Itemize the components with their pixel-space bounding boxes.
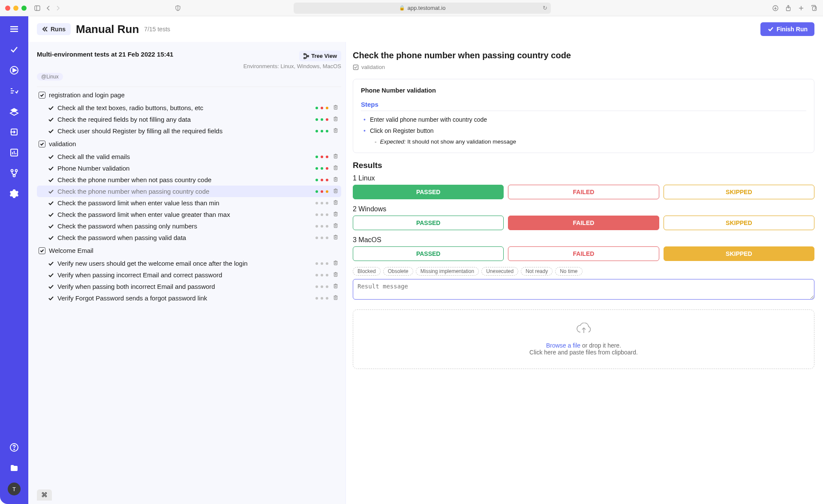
check-icon: [47, 200, 55, 206]
download-icon[interactable]: [772, 4, 779, 12]
quick-tag[interactable]: No time: [555, 267, 582, 276]
back-to-runs-button[interactable]: Runs: [37, 23, 71, 35]
branch-icon[interactable]: [8, 167, 20, 179]
suite-header[interactable]: validation: [37, 137, 341, 151]
skipped-button[interactable]: SKIPPED: [664, 216, 814, 230]
test-detail-panel: Check the phone number when passing coun…: [345, 42, 823, 504]
passed-button[interactable]: PASSED: [353, 246, 504, 261]
maximize-window-button[interactable]: [21, 6, 27, 11]
test-row[interactable]: Phone Number validation: [37, 162, 341, 174]
failed-button[interactable]: FAILED: [508, 185, 659, 199]
status-dot: [326, 202, 328, 204]
skipped-button[interactable]: SKIPPED: [664, 246, 814, 261]
status-dot: [315, 262, 318, 265]
test-row[interactable]: Check the password limit when enter valu…: [37, 209, 341, 220]
passed-button[interactable]: PASSED: [353, 185, 504, 199]
play-icon[interactable]: [8, 64, 20, 76]
minimize-window-button[interactable]: [13, 6, 18, 11]
test-row[interactable]: Verify when passing both incorrect Email…: [37, 281, 341, 292]
quick-tag[interactable]: Unexecuted: [481, 267, 518, 276]
trash-icon[interactable]: [333, 283, 339, 290]
trash-icon[interactable]: [333, 188, 339, 195]
trash-icon[interactable]: [333, 222, 339, 230]
settings-icon[interactable]: [8, 188, 20, 200]
tabs-icon[interactable]: [810, 4, 818, 12]
svg-rect-9: [813, 6, 817, 10]
svg-rect-46: [334, 155, 337, 158]
trash-icon[interactable]: [333, 271, 339, 279]
close-window-button[interactable]: [5, 6, 10, 11]
status-dot: [326, 107, 328, 109]
layers-icon[interactable]: [8, 105, 20, 117]
analytics-icon[interactable]: [8, 147, 20, 159]
checkbox-icon[interactable]: [39, 92, 45, 99]
test-row[interactable]: Check the password when passing valid da…: [37, 232, 341, 243]
trash-icon[interactable]: [333, 260, 339, 267]
quick-tag[interactable]: Not ready: [521, 267, 553, 276]
env-tag[interactable]: @Linux: [37, 73, 63, 81]
skipped-button[interactable]: SKIPPED: [664, 185, 814, 199]
header: Runs Manual Run 7/15 tests Finish Run: [28, 16, 823, 42]
trash-icon[interactable]: [333, 104, 339, 111]
test-row[interactable]: Check all the valid emails: [37, 151, 341, 162]
check-icon: [47, 105, 55, 111]
test-row[interactable]: Check user should Register by filling al…: [37, 125, 341, 137]
svg-rect-71: [334, 213, 337, 216]
plan-icon[interactable]: [8, 85, 20, 97]
new-tab-icon[interactable]: [797, 4, 805, 12]
trash-icon[interactable]: [333, 234, 339, 241]
test-row[interactable]: Check the password when passing only num…: [37, 220, 341, 232]
refresh-icon[interactable]: ↻: [543, 5, 547, 11]
browse-file-link[interactable]: Browse a file: [546, 342, 580, 349]
test-row[interactable]: Verify Forgot Password sends a forgot pa…: [37, 292, 341, 304]
import-icon[interactable]: [8, 126, 20, 138]
browser-bar: 🔒 app.testomat.io ↻: [0, 0, 823, 16]
test-row[interactable]: Check the phone number when not pass cou…: [37, 174, 341, 186]
share-icon[interactable]: [784, 4, 792, 12]
test-row[interactable]: Check all the text boxes, radio buttons,…: [37, 102, 341, 114]
test-row[interactable]: Verify when passing incorrect Email and …: [37, 269, 341, 281]
sidebar-toggle-icon[interactable]: [33, 4, 41, 12]
check-icon: [47, 154, 55, 160]
trash-icon[interactable]: [333, 176, 339, 183]
check-icon[interactable]: [8, 44, 20, 56]
forward-icon[interactable]: [54, 4, 62, 12]
test-row[interactable]: Check the phone number when passing coun…: [37, 186, 341, 197]
failed-button[interactable]: FAILED: [508, 216, 659, 230]
back-icon[interactable]: [45, 4, 52, 12]
trash-icon[interactable]: [333, 127, 339, 135]
result-message-input[interactable]: [353, 279, 814, 300]
quick-tag[interactable]: Obsolete: [383, 267, 413, 276]
folder-icon[interactable]: [8, 462, 20, 474]
suite-header[interactable]: Welcome Email: [37, 243, 341, 258]
checkbox-icon[interactable]: [39, 247, 45, 254]
failed-button[interactable]: FAILED: [508, 246, 659, 261]
checkbox-icon[interactable]: [39, 141, 45, 147]
trash-icon[interactable]: [333, 199, 339, 207]
help-icon[interactable]: [8, 441, 20, 453]
url-bar[interactable]: 🔒 app.testomat.io ↻: [294, 3, 551, 14]
quick-tag[interactable]: Blocked: [353, 267, 381, 276]
upload-rest: or drop it here.: [580, 342, 621, 349]
suite-header[interactable]: registration and login page: [37, 88, 341, 102]
test-row[interactable]: Check the password limit when enter valu…: [37, 197, 341, 209]
tree-view-button[interactable]: Tree View: [299, 51, 341, 61]
finish-run-button[interactable]: Finish Run: [760, 22, 814, 36]
quick-tag[interactable]: Missing implementation: [416, 267, 479, 276]
status-dot: [326, 274, 328, 276]
trash-icon[interactable]: [333, 153, 339, 160]
upload-box[interactable]: Browse a file or drop it here. Click her…: [353, 309, 814, 369]
test-row[interactable]: Verify new users should get the welcome …: [37, 258, 341, 269]
suite-name: registration and login page: [49, 91, 125, 99]
menu-icon[interactable]: [8, 23, 20, 35]
trash-icon[interactable]: [333, 294, 339, 302]
trash-icon[interactable]: [333, 116, 339, 123]
step-list: •Enter valid phone number with country c…: [361, 116, 806, 145]
shield-icon[interactable]: [174, 4, 182, 12]
trash-icon[interactable]: [333, 165, 339, 172]
avatar[interactable]: T: [8, 483, 21, 495]
test-row[interactable]: Check the required fields by not filling…: [37, 114, 341, 125]
trash-icon[interactable]: [333, 211, 339, 218]
passed-button[interactable]: PASSED: [353, 216, 504, 230]
cmd-shortcut[interactable]: ⌘: [37, 489, 52, 501]
